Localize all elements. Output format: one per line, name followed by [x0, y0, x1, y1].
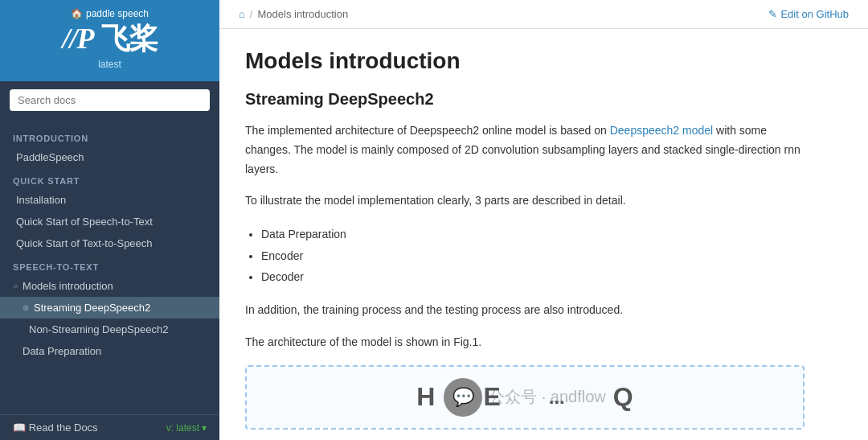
- search-input[interactable]: [10, 89, 210, 111]
- footer-version: v: latest ▾: [166, 422, 207, 434]
- watermark-icon: 💬: [444, 378, 482, 417]
- edit-icon: ✎: [768, 8, 777, 20]
- nav-section-quickstart: QUICK START: [0, 168, 219, 189]
- toolbar: ⌂ / Models introduction ✎ Edit on GitHub: [219, 0, 868, 29]
- sidebar-item-quickstart-stt[interactable]: Quick Start of Speech-to-Text: [0, 211, 219, 232]
- list-item-data-prep: Data Preparation: [261, 224, 805, 245]
- logo-chinese: 飞桨: [101, 22, 158, 55]
- edit-github-button[interactable]: ✎ Edit on GitHub: [768, 8, 849, 20]
- search-box: [0, 81, 219, 119]
- sidebar-item-models-intro-label: Models introduction: [23, 280, 113, 292]
- sidebar-item-streaming-ds2[interactable]: ⊕ Streaming DeepSpeech2: [0, 297, 219, 319]
- breadcrumb-current: Models introduction: [257, 8, 348, 20]
- brand-name: paddle speech: [86, 8, 149, 19]
- sidebar-item-nonstreaming-ds2[interactable]: Non-Streaming DeepSpeech2: [0, 319, 219, 340]
- sidebar-item-data-prep[interactable]: Data Preparation: [0, 340, 219, 362]
- paragraph-1: The implemented architecture of Deepspee…: [245, 121, 805, 179]
- footer-label: Read the Docs: [29, 421, 98, 434]
- nav-section-stt: SPEECH-TO-TEXT: [0, 254, 219, 275]
- content-area: Models introduction Streaming DeepSpeech…: [219, 29, 830, 440]
- main-content: ⌂ / Models introduction ✎ Edit on GitHub…: [219, 0, 868, 440]
- figure-ellipsis: ...: [549, 386, 565, 409]
- footer-icon: 📖: [13, 421, 26, 434]
- read-the-docs-footer[interactable]: 📖 Read the Docs v: latest ▾: [0, 414, 219, 440]
- sidebar-item-streaming-ds2-label: Streaming DeepSpeech2: [34, 302, 150, 314]
- deepspeech2-link[interactable]: Deepspeech2 model: [610, 124, 713, 137]
- nav-section-introduction: INTRODUCTION: [0, 125, 219, 146]
- brand-top: 🏠 paddle speech: [13, 8, 207, 19]
- watermark-text: 公众号 · andflow: [489, 386, 606, 408]
- paragraph-2: To illustrate the model implementation c…: [245, 191, 805, 211]
- expand-icon-plus: ⊕: [23, 303, 29, 312]
- sidebar-version: latest: [13, 59, 207, 70]
- sidebar-item-quickstart-tts[interactable]: Quick Start of Text-to-Speech: [0, 232, 219, 254]
- breadcrumb: ⌂ / Models introduction: [239, 8, 348, 20]
- sidebar-item-installation[interactable]: Installation: [0, 189, 219, 211]
- sidebar-header: 🏠 paddle speech //P 飞桨 latest: [0, 0, 219, 81]
- paragraph-4: The architecture of the model is shown i…: [245, 333, 805, 352]
- figure-letter-H: H: [416, 382, 435, 412]
- home-icon: 🏠: [71, 8, 83, 19]
- sidebar-item-models-intro[interactable]: ○ Models introduction: [0, 275, 219, 297]
- figure-letter-Q: Q: [613, 382, 633, 412]
- list-item-encoder: Encoder: [261, 245, 805, 267]
- figure-1: H E ... Q 💬 公众号 · andflow: [245, 365, 805, 430]
- section-title-streaming: Streaming DeepSpeech2: [245, 90, 805, 109]
- figure-letter-E: E: [483, 382, 500, 412]
- breadcrumb-home-icon[interactable]: ⌂: [239, 8, 245, 20]
- edit-github-label: Edit on GitHub: [780, 8, 849, 20]
- feature-list: Data Preparation Encoder Decoder: [261, 224, 805, 288]
- watermark: 💬 公众号 · andflow: [247, 367, 803, 428]
- footer-version-label: v: latest: [166, 422, 199, 434]
- sidebar: 🏠 paddle speech //P 飞桨 latest INTRODUCTI…: [0, 0, 219, 440]
- paragraph-3: In addition, the training process and th…: [245, 301, 805, 320]
- list-item-decoder: Decoder: [261, 266, 805, 288]
- expand-icon-circle: ○: [13, 282, 18, 290]
- page-title: Models introduction: [245, 48, 805, 74]
- sidebar-nav: INTRODUCTION PaddleSpeech QUICK START In…: [0, 119, 219, 414]
- breadcrumb-separator: /: [250, 8, 253, 20]
- sidebar-item-paddlespeech[interactable]: PaddleSpeech: [0, 146, 219, 168]
- logo: //P 飞桨: [13, 23, 207, 56]
- chevron-down-icon: ▾: [202, 422, 207, 434]
- footer-text: 📖 Read the Docs: [13, 421, 98, 434]
